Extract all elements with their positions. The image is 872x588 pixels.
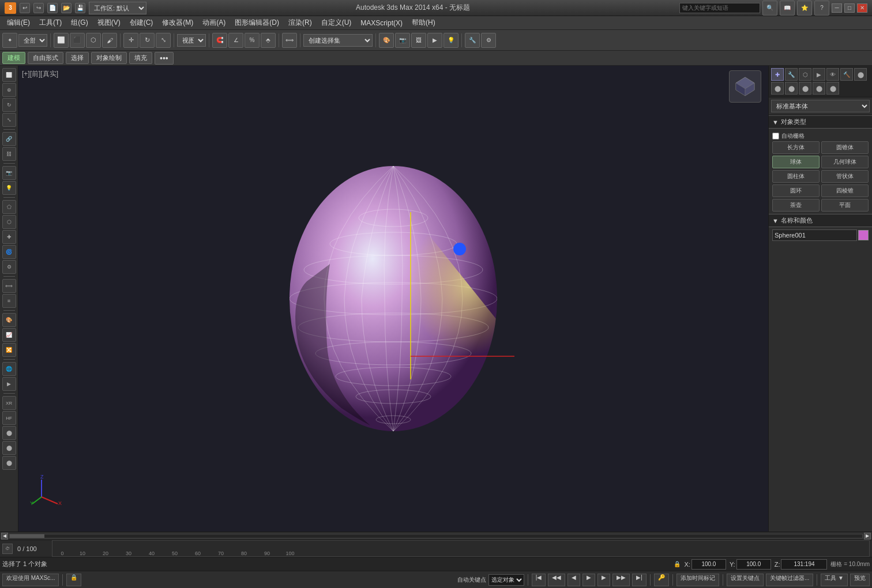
rp-tab-extra5[interactable]: ⬤ [813,82,825,95]
selection-set-dropdown[interactable]: 创建选择集 [303,34,373,47]
bt-lock[interactable]: 🔒 [66,574,81,586]
rp-tab-hierarchy[interactable]: ⬡ [799,68,811,81]
rp-tab-extra4[interactable]: ⬤ [799,82,811,95]
scroll-track[interactable] [9,534,863,538]
mini-listener[interactable]: 欢迎使用 MAXSc... [2,574,59,586]
lt-camera[interactable]: 📷 [2,166,16,180]
rp-btn-pyramid[interactable]: 四棱锥 [821,184,869,197]
bt-go-end[interactable]: ▶| [632,574,647,586]
rp-tab-extra6[interactable]: ⬤ [826,82,839,95]
rp-auto-grid-check[interactable] [772,133,779,140]
lt-environment[interactable]: 🌐 [2,362,16,376]
lt-unlink[interactable]: ⛓ [2,147,16,161]
open-btn[interactable]: 📂 [61,3,72,13]
bt-set-key[interactable]: 设置关键点 [727,574,764,586]
mode-select[interactable]: 选择 [66,52,89,64]
lt-helpers[interactable]: ✚ [2,230,16,244]
angle-snap[interactable]: ∠ [228,33,243,48]
mode-more[interactable]: ••• [155,52,174,65]
tl-config[interactable]: ⏱ [2,544,13,554]
bt-key-filter[interactable]: 关键帧过滤器... [766,574,813,586]
bt-next-frame[interactable]: ▶▶ [612,574,630,586]
mode-modeling[interactable]: 建模 [2,52,25,64]
lt-spacewarp[interactable]: 🌀 [2,245,16,259]
status-lock[interactable]: 🔒 [674,561,681,567]
rp-btn-teapot[interactable]: 茶壶 [772,199,820,212]
lt-extra2[interactable]: ⬤ [2,441,16,455]
close-btn[interactable]: ✕ [857,3,867,13]
menu-customize[interactable]: 自定义(U) [317,17,356,29]
select-region-btn[interactable]: ⬛ [70,33,85,48]
lt-scale[interactable]: ⤡ [2,113,16,127]
bt-prev-frame[interactable]: ◀◀ [548,574,565,586]
nav-cube[interactable] [729,70,761,103]
rp-type-dropdown[interactable]: 标准基本体 [771,100,870,112]
rp-tab-extra1[interactable]: ⬤ [854,68,867,81]
status-x-input[interactable] [691,559,726,570]
lt-extra1[interactable]: ⬤ [2,426,16,440]
menu-graph-editor[interactable]: 图形编辑器(D) [230,17,284,29]
reference-btn[interactable]: 📖 [780,1,795,16]
search-input[interactable] [679,3,760,13]
lt-rotate[interactable]: ↻ [2,98,16,112]
bt-go-start[interactable]: |◀ [532,574,546,586]
lt-move[interactable]: ⊕ [2,83,16,97]
rp-btn-sphere[interactable]: 球体 [772,156,820,168]
rp-tab-display[interactable]: 👁 [826,68,839,81]
bt-tools[interactable]: 工具 ▼ [821,574,848,586]
rp-name-input[interactable] [772,229,857,241]
render-btn[interactable]: ▶ [427,33,442,48]
paint-select-btn[interactable]: 🖌 [102,33,117,48]
rp-tab-modify[interactable]: 🔧 [785,68,798,81]
lasso-btn[interactable]: ⬡ [86,33,101,48]
scale-btn[interactable]: ⤡ [156,33,171,48]
mode-populate[interactable]: 填充 [129,52,152,64]
lt-curve[interactable]: 📈 [2,328,16,342]
rp-btn-box[interactable]: 长方体 [772,141,820,154]
bt-autokey-dropdown[interactable]: 选定对象 [488,574,524,586]
redo-btn[interactable]: ↪ [33,3,44,13]
rp-tab-extra2[interactable]: ⬤ [771,82,784,95]
percent-snap[interactable]: % [245,33,260,48]
rp-tab-utilities[interactable]: 🔨 [840,68,853,81]
tools-btn1[interactable]: 🔧 [465,33,480,48]
active-shade-btn[interactable]: 💡 [443,33,458,48]
rp-btn-geosphere[interactable]: 几何球体 [821,156,869,168]
menu-help[interactable]: 帮助(H) [407,17,440,29]
lt-shapes[interactable]: ⬠ [2,200,16,214]
lt-link[interactable]: 🔗 [2,132,16,146]
menu-maxscript[interactable]: MAXScript(X) [356,18,407,28]
help-btn[interactable]: ? [814,1,829,16]
bt-add-time-tag[interactable]: 添加时间标记 [676,574,719,586]
select-btn[interactable]: ⬜ [54,33,69,48]
mode-freeform[interactable]: 自由形式 [28,52,63,64]
bt-preview[interactable]: 预览 [850,574,870,586]
lt-extra3[interactable]: ⬤ [2,456,16,470]
save-btn[interactable]: 💾 [75,3,85,13]
rp-btn-cylinder[interactable]: 圆柱体 [772,170,820,183]
lt-select[interactable]: ⬜ [2,68,16,82]
new-btn[interactable]: 📄 [47,3,58,13]
lt-align[interactable]: ≡ [2,294,16,308]
lt-mirror[interactable]: ⟺ [2,279,16,293]
minimize-btn[interactable]: ─ [832,3,842,13]
scroll-right[interactable]: ▶ [864,533,871,540]
rp-tab-extra3[interactable]: ⬤ [785,82,798,95]
rp-tab-motion[interactable]: ▶ [813,68,825,81]
rp-section-name-color[interactable]: ▼ 名称和颜色 [769,214,872,227]
undo-btn[interactable]: ↩ [20,3,30,13]
maximize-btn[interactable]: □ [844,3,855,13]
mirror-btn[interactable]: ⟺ [282,33,297,48]
lt-render[interactable]: ▶ [2,377,16,391]
scroll-left[interactable]: ◀ [1,533,8,540]
lt-material[interactable]: 🎨 [2,313,16,327]
bt-key-mode[interactable]: 🔑 [654,574,669,586]
rp-btn-cone[interactable]: 圆锥体 [821,141,869,154]
lt-hf[interactable]: HF [2,411,16,425]
menu-tools[interactable]: 工具(T) [35,17,66,29]
mode-object-paint[interactable]: 对象绘制 [91,52,127,64]
menu-edit[interactable]: 编辑(E) [2,17,35,29]
status-z-input[interactable] [781,559,827,570]
workspace-dropdown[interactable]: 工作区: 默认 [89,2,146,14]
viewport-3d[interactable]: [+][前][真实] [18,66,768,532]
